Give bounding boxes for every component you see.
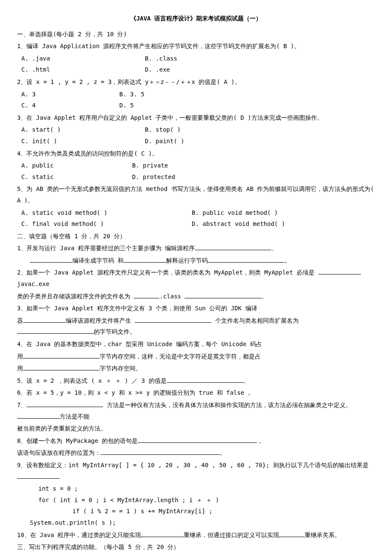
blank xyxy=(101,448,220,455)
q2-optA: A. 3 xyxy=(21,89,119,100)
q4-optB: B. private xyxy=(132,160,168,171)
section2-header: 二、填空题（每空格 1 分，共 20 分） xyxy=(17,231,375,242)
q4-text: 4、不允许作为类及类成员的访问控制符的是( C )。 xyxy=(17,148,375,159)
q2-optC: C. 4 xyxy=(21,100,119,111)
fill-q3: 3、如果一个 Java Applet 程序文件中定义有 3 个类，则使用 Sun… xyxy=(17,303,375,314)
q5-text: 5、为 AB 类的一个无形式参数无返回值的方法 method 书写方法头，使得使… xyxy=(17,183,375,206)
fill-q8-cont: 该语句应该放在程序的位置为：。 xyxy=(17,447,375,459)
blank xyxy=(135,316,211,323)
fill-q10: 10、在 Java 程序中，通过类的定义只能实现重继承，但通过接口的定义可以实现… xyxy=(17,529,375,541)
q1-optD: D. .exe xyxy=(145,64,170,75)
blank xyxy=(184,292,261,298)
blank xyxy=(23,364,100,370)
q3-optB: B. stop( ) xyxy=(145,124,181,136)
fill-q4-cont2: 用字节内存空间。 xyxy=(17,363,375,374)
fill-q8: 8、创建一个名为 MyPackage 的包的语句是， xyxy=(17,435,375,447)
fill-q1: 1、开发与运行 Java 程序需要经过的三个主要步骤为 编辑源程序、 xyxy=(17,243,375,254)
q9-code3: if ( i % 2 = = 1 ) s += MyIntArray[i] ; xyxy=(72,506,375,517)
fill-q3-cont: 器编译该源程序文件将产生 个文件名与类名相同而扩展名为的字节码文件。 xyxy=(17,315,375,338)
q1-optB: B. .class xyxy=(145,53,177,64)
blank xyxy=(134,292,159,298)
q3-text: 3、在 Java Applet 程序用户自定义的 Applet 子类中，一般需要… xyxy=(17,112,375,124)
q4-optA: A. public xyxy=(21,160,132,171)
q5-optA: A. static void method( ) xyxy=(21,207,192,219)
blank xyxy=(23,316,66,323)
blank xyxy=(17,412,60,419)
q1-optA: A. .java xyxy=(21,53,145,64)
section1-header: 一、单选择题(每小题 2 分，共 10 分) xyxy=(17,29,375,40)
blank xyxy=(17,472,60,479)
q3-optD: D. paint( ) xyxy=(145,136,184,147)
q2-optD: D. 5 xyxy=(119,100,134,111)
q1-optC: C. .html xyxy=(21,64,145,75)
q3-optC: C. init( ) xyxy=(21,136,145,147)
fill-q4: 4、在 Java 的基本数据类型中，char 型采用 Unicode 编码方案，… xyxy=(17,338,375,350)
q4-optD: D. protected xyxy=(132,171,175,183)
q3-optA: A. start( ) xyxy=(21,124,145,136)
blank xyxy=(23,352,100,358)
blank xyxy=(17,327,94,334)
q5-optC: C. final void method( ) xyxy=(21,218,192,230)
fill-q6: 6、若 x = 5，y = 10，则 x < y 和 x >= y 的逻辑值分别… xyxy=(17,387,375,399)
q4-optC: C. static xyxy=(21,171,132,183)
blank xyxy=(138,436,257,443)
blank xyxy=(30,256,72,263)
q2-optB: B. 3. 5 xyxy=(119,89,144,100)
q9-code1: int s = 0 ; xyxy=(38,483,375,494)
page-title: 《JAVA 语言程序设计》期末考试模拟试题（一） xyxy=(17,13,375,24)
section3-header: 三、写出下列程序完成的功能。（每小题 5 分，共 20 分） xyxy=(17,541,375,553)
fill-q2-cont: 类的子类并且存储该源程序文件的文件名为 .class 。 xyxy=(17,291,375,302)
blank xyxy=(124,256,166,263)
blank xyxy=(279,531,305,537)
blank xyxy=(26,401,103,407)
fill-q7-cont: 被当前类的子类重新定义的方法。 xyxy=(17,423,375,434)
fill-q7: 7、 方法是一种仅有方法头，没有具体方法体和操作实现的方法，该方法必须在抽象类之… xyxy=(17,399,375,422)
q5-optB: B. public void method( ) xyxy=(192,207,278,219)
q1-text: 1、编译 Java Application 源程序文件将产生相应的字节码文件，这… xyxy=(17,40,375,52)
blank xyxy=(318,268,361,275)
fill-q9: 9、设有数组定义：int MyIntArray[ ] = { 10 , 20 ,… xyxy=(17,460,375,482)
fill-q4-cont1: 用字节内存空间，这样，无论是中文字符还是英文字符，都是占 xyxy=(17,351,375,362)
q5-optD: D. abstract void method( ) xyxy=(192,218,285,230)
blank xyxy=(208,256,285,263)
blank xyxy=(195,244,271,250)
q9-code4: System.out.println( s ); xyxy=(30,517,375,529)
q9-code2: for ( int i = 0 ; i < MyIntArray.length … xyxy=(38,494,375,506)
fill-q1-cont: 编译生成字节码 和解释运行字节码。 xyxy=(30,255,375,266)
q2-text: 2、设 x = 1 , y = 2 , z = 3，则表达式 y＋＝z－－/＋＋… xyxy=(17,76,375,88)
fill-q2: 2、如果一个 Java Applet 源程序文件只定义有一个类，该类的类名为 M… xyxy=(17,267,375,289)
fill-q5: 5、设 x = 2 ，则表达式 ( x ＋ ＋ ) ／ 3 的值是。 xyxy=(17,375,375,387)
blank xyxy=(167,376,243,383)
blank xyxy=(141,531,184,537)
